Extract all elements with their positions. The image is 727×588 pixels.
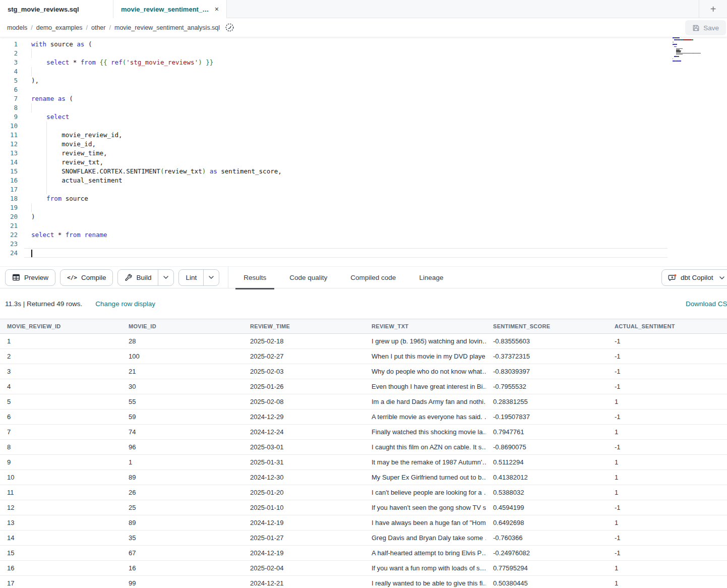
table-row: 21002025-02-27When I put this movie in m… xyxy=(0,349,727,364)
cell-movie-id: 25 xyxy=(122,500,243,515)
code-text: review_txt, xyxy=(31,158,103,167)
tab-label: Compiled code xyxy=(350,274,396,281)
code-line[interactable]: 1with source as ( xyxy=(0,40,727,49)
cell-review-txt: Finally watched this shocking movie la… xyxy=(365,425,486,439)
cell-value: I grew up (b. 1965) watching and lovin… xyxy=(372,337,486,345)
code-line[interactable]: 13 review_time, xyxy=(0,149,727,158)
file-tab-stg-movie-reviews[interactable]: stg_movie_reviews.sql xyxy=(0,0,113,18)
lint-dropdown-button[interactable] xyxy=(203,270,219,285)
text-cursor xyxy=(31,250,32,257)
code-line[interactable]: 5), xyxy=(0,76,727,85)
cell-value: 3 xyxy=(7,368,11,375)
cell-review-txt: If you haven't seen the gong show TV s… xyxy=(365,500,486,515)
table-row: 8962025-03-01I caught this film on AZN o… xyxy=(0,440,727,455)
cell-value: I have always been a huge fan of "Hom… xyxy=(372,519,486,526)
code-line[interactable]: 6 xyxy=(0,85,727,94)
code-line[interactable]: 14 review_txt, xyxy=(0,158,727,167)
cell-review-time: 2024-12-19 xyxy=(243,546,365,560)
code-line[interactable]: 7rename as ( xyxy=(0,94,727,103)
line-number: 19 xyxy=(0,203,18,212)
build-dropdown-button[interactable] xyxy=(158,270,173,285)
cell-value: -0.24976082 xyxy=(493,549,530,557)
cell-actual-sentiment: -1 xyxy=(608,379,727,394)
dbt-copilot-button[interactable]: dbt Copilot xyxy=(661,269,727,286)
cell-value: -1 xyxy=(615,337,621,345)
cell-value: 26 xyxy=(129,489,136,496)
code-text: rename as ( xyxy=(31,94,73,103)
lint-button[interactable]: Lint xyxy=(179,270,203,285)
cell-sentiment-score: 0.5388032 xyxy=(486,485,608,500)
indent-guide xyxy=(46,122,47,131)
breadcrumb-segment: other xyxy=(91,24,106,31)
tab-results[interactable]: Results xyxy=(235,266,274,288)
minimap-seg xyxy=(673,54,676,55)
line-number: 11 xyxy=(0,131,18,140)
code-line[interactable]: 11 movie_review_id, xyxy=(0,131,727,140)
code-line[interactable]: 15 SNOWFLAKE.CORTEX.SENTIMENT(review_txt… xyxy=(0,167,727,176)
cell-value: 99 xyxy=(129,579,136,587)
cell-sentiment-score: 0.50380445 xyxy=(486,576,608,588)
code-line[interactable]: 3 select * from {{ ref('stg_movie_review… xyxy=(0,58,727,67)
cell-movie-review-id: 15 xyxy=(0,546,122,560)
preview-button-label: Preview xyxy=(24,274,48,281)
code-line[interactable]: 12 movie_id, xyxy=(0,140,727,149)
cell-review-time: 2025-02-27 xyxy=(243,349,365,364)
toolbar-divider xyxy=(228,266,228,288)
code-line[interactable]: 24 xyxy=(0,249,727,258)
close-icon[interactable]: × xyxy=(215,6,219,13)
code-line[interactable]: 23 xyxy=(0,240,727,249)
download-csv-link[interactable]: Download CSV xyxy=(686,300,727,308)
code-line[interactable]: 16 actual_sentiment xyxy=(0,176,727,185)
preview-button[interactable]: Preview xyxy=(5,269,55,286)
tab-code-quality[interactable]: Code quality xyxy=(281,266,335,288)
cell-value: 59 xyxy=(129,413,136,421)
breadcrumb-segment: demo_examples xyxy=(36,24,83,31)
code-editor[interactable]: 1with source as (23 select * from {{ ref… xyxy=(0,37,727,266)
cell-movie-id: 21 xyxy=(122,364,243,379)
editor-minimap[interactable] xyxy=(673,37,705,64)
cell-value: -1 xyxy=(615,383,621,390)
code-line[interactable]: 19 xyxy=(0,203,727,212)
minimap-seg xyxy=(683,39,691,40)
tab-lineage[interactable]: Lineage xyxy=(411,266,451,288)
cell-review-txt: A half-hearted attempt to bring Elvis P… xyxy=(365,546,486,560)
cell-review-txt: Greg Davis and Bryan Daly take some … xyxy=(365,531,486,545)
save-icon xyxy=(692,24,700,32)
cell-value: -1 xyxy=(615,413,621,421)
cell-actual-sentiment: 1 xyxy=(608,425,727,439)
code-line[interactable]: 9 select xyxy=(0,112,727,122)
cell-review-time: 2025-01-20 xyxy=(243,485,365,500)
code-line[interactable]: 2 xyxy=(0,49,727,58)
line-number: 1 xyxy=(0,40,18,49)
line-number: 4 xyxy=(0,67,18,76)
file-tab-movie-review-sentiment[interactable]: movie_review_sentiment_… × xyxy=(113,0,227,18)
cell-value: 1 xyxy=(615,398,618,405)
compile-button[interactable]: </> Compile xyxy=(60,269,113,286)
code-line[interactable]: 20) xyxy=(0,212,727,221)
cell-actual-sentiment: -1 xyxy=(608,500,727,515)
cell-value: 15 xyxy=(7,549,14,557)
code-line[interactable]: 10 xyxy=(0,122,727,131)
file-tab-bar: stg_movie_reviews.sql movie_review_senti… xyxy=(0,0,727,18)
code-line[interactable]: 18 from source xyxy=(0,194,727,203)
cell-value: 10 xyxy=(7,474,14,481)
cell-movie-review-id: 3 xyxy=(0,364,122,379)
tab-compiled-code[interactable]: Compiled code xyxy=(342,266,404,288)
cell-value: A half-hearted attempt to bring Elvis P… xyxy=(372,549,486,557)
code-line[interactable]: 4 xyxy=(0,67,727,76)
change-row-display-link[interactable]: Change row display xyxy=(95,300,155,308)
code-line[interactable]: 8 xyxy=(0,103,727,112)
cell-movie-review-id: 17 xyxy=(0,576,122,588)
code-text: movie_review_id, xyxy=(31,131,123,140)
code-line[interactable]: 17 xyxy=(0,185,727,194)
code-line[interactable]: 22select * from rename xyxy=(0,230,727,240)
cell-value: 1 xyxy=(7,337,11,345)
new-tab-button[interactable]: + xyxy=(699,0,727,18)
indent-guide xyxy=(31,67,32,76)
compass-icon[interactable] xyxy=(225,23,234,32)
breadcrumb-separator: / xyxy=(109,24,110,31)
save-button[interactable]: Save xyxy=(685,20,726,35)
cell-value: 8 xyxy=(7,443,11,451)
build-button[interactable]: Build xyxy=(118,270,158,285)
code-line[interactable]: 21 xyxy=(0,221,727,230)
